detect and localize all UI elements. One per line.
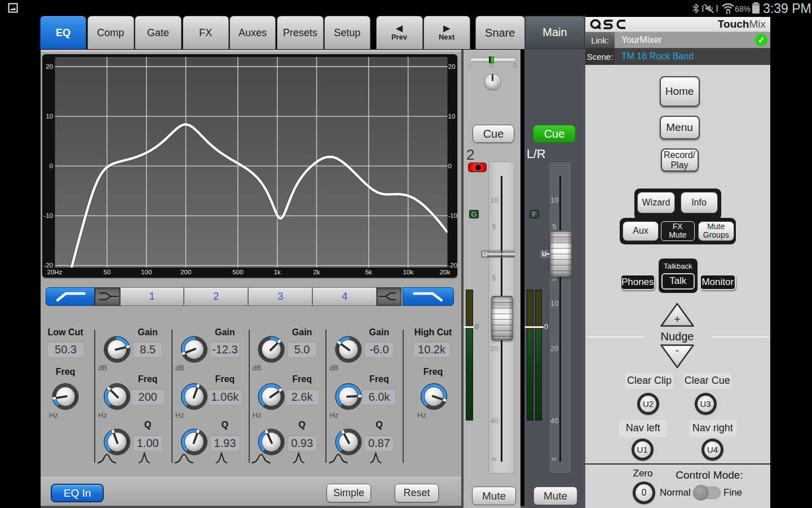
- svg-text:-: -: [676, 344, 679, 356]
- svg-text:+: +: [674, 313, 680, 325]
